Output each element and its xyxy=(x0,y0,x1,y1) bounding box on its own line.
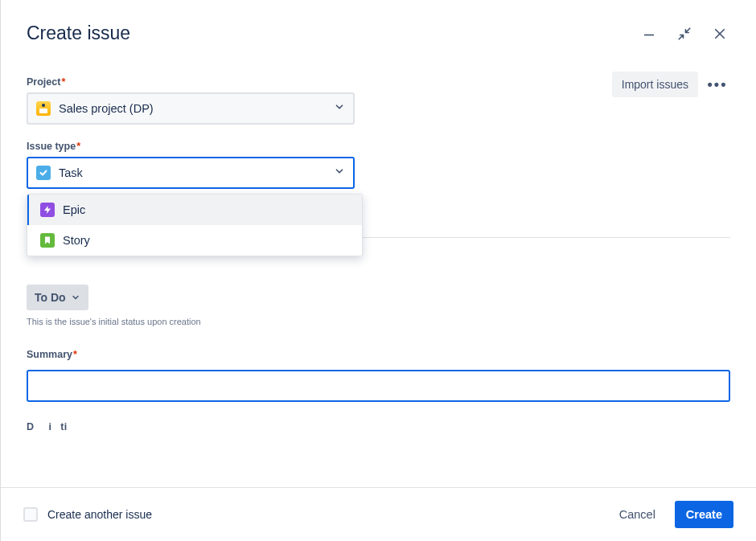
create-another-checkbox[interactable] xyxy=(23,507,38,522)
top-row: Project* Sales project (DP) Issue type* xyxy=(27,60,730,189)
task-icon xyxy=(36,166,51,180)
description-label-partial: D i ti xyxy=(27,421,730,431)
issue-type-label-text: Issue type xyxy=(27,141,76,152)
create-issue-modal: Create issue Project* Sales project (DP) xyxy=(0,0,756,541)
project-label-text: Project xyxy=(27,76,60,88)
left-fields: Project* Sales project (DP) Issue type* xyxy=(27,60,380,189)
project-value: Sales project (DP) xyxy=(59,102,154,115)
summary-input[interactable] xyxy=(27,370,730,402)
create-another-label: Create another issue xyxy=(47,508,152,521)
close-button[interactable] xyxy=(709,23,730,44)
status-button[interactable]: To Do xyxy=(27,285,88,310)
close-icon xyxy=(713,27,727,41)
import-issues-button[interactable]: Import issues xyxy=(612,72,698,97)
chevron-down-icon xyxy=(334,166,345,180)
create-button[interactable]: Create xyxy=(675,501,733,528)
issue-type-value: Task xyxy=(59,166,83,179)
contract-icon xyxy=(677,27,692,41)
issue-type-select[interactable]: Task xyxy=(27,157,355,189)
cancel-button[interactable]: Cancel xyxy=(610,502,665,527)
window-controls xyxy=(639,23,730,44)
story-icon xyxy=(40,233,55,248)
minimize-button[interactable] xyxy=(639,23,659,44)
summary-label: Summary* xyxy=(27,349,730,360)
issue-type-label: Issue type* xyxy=(27,141,380,152)
minimize-icon xyxy=(642,27,656,41)
dialog-body: Project* Sales project (DP) Issue type* xyxy=(1,51,756,487)
project-avatar-icon xyxy=(36,101,51,116)
project-label: Project* xyxy=(27,76,380,88)
chevron-down-icon xyxy=(71,293,80,302)
more-horizontal-icon: ••• xyxy=(708,76,728,93)
dialog-title: Create issue xyxy=(27,23,130,44)
project-select[interactable]: Sales project (DP) xyxy=(27,92,355,125)
option-label: Epic xyxy=(63,203,85,216)
exit-fullscreen-button[interactable] xyxy=(674,23,695,44)
summary-label-text: Summary xyxy=(27,349,72,360)
required-asterisk: * xyxy=(61,76,65,88)
issue-type-option-story[interactable]: Story xyxy=(27,225,362,256)
option-label: Story xyxy=(63,234,90,247)
status-hint: This is the issue's initial status upon … xyxy=(27,317,730,326)
issue-type-area: Task Epic xyxy=(27,157,380,189)
status-value: To Do xyxy=(35,291,66,304)
epic-icon xyxy=(40,203,55,217)
required-asterisk: * xyxy=(76,141,80,152)
header-actions: Import issues ••• xyxy=(612,72,730,97)
more-actions-button[interactable]: ••• xyxy=(705,72,730,97)
chevron-down-icon xyxy=(334,101,345,116)
required-asterisk: * xyxy=(73,349,77,360)
issue-type-dropdown: Epic Story xyxy=(27,194,363,256)
dialog-footer: Create another issue Cancel Create xyxy=(1,487,756,541)
dialog-header: Create issue xyxy=(1,0,756,51)
issue-type-option-epic[interactable]: Epic xyxy=(27,195,362,225)
